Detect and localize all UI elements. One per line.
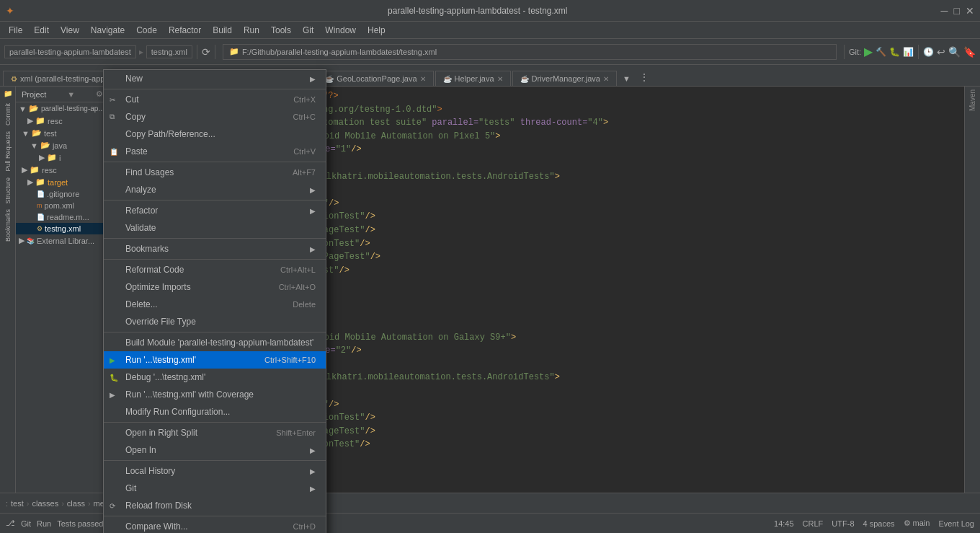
cm-copy[interactable]: ⧉ Copy Ctrl+C <box>104 108 326 125</box>
cm-sep-3 <box>104 200 326 201</box>
cm-reload-from-disk[interactable]: ⟳ Reload from Disk <box>104 497 326 514</box>
cm-reformat-shortcut: Ctrl+Alt+L <box>280 265 316 274</box>
cm-copy-label: Copy <box>125 112 146 122</box>
copy-icon: ⧉ <box>110 113 115 121</box>
cm-copy-shortcut: Ctrl+C <box>293 113 316 121</box>
cm-debug-label: Debug '...\testng.xml' <box>125 372 205 382</box>
cm-copy-path-label: Copy Path/Reference... <box>125 129 215 139</box>
cm-optimize-shortcut: Ctrl+Alt+O <box>279 283 316 291</box>
cm-find-usages-label: Find Usages <box>125 167 174 177</box>
cm-optimize-imports[interactable]: Optimize Imports Ctrl+Alt+O <box>104 278 326 296</box>
cm-run-coverage-label: Run '...\testng.xml' with Coverage <box>125 389 254 400</box>
cm-cut[interactable]: ✂ Cut Ctrl+X <box>104 91 326 108</box>
cm-run-label: Run '...\testng.xml' <box>125 355 196 365</box>
cm-delete-label: Delete... <box>125 299 158 309</box>
cm-sep-5 <box>104 259 326 260</box>
context-menu-overlay[interactable]: New ▶ ✂ Cut Ctrl+X ⧉ Copy Ctrl+C Copy Pa… <box>0 0 980 533</box>
cm-local-history-label: Local History <box>125 466 175 476</box>
cm-build-module[interactable]: Build Module 'parallel-testing-appium-la… <box>104 334 326 351</box>
cm-modify-run-config[interactable]: Modify Run Configuration... <box>104 403 326 420</box>
cm-open-right-split[interactable]: Open in Right Split Shift+Enter <box>104 424 326 441</box>
cm-sep-2 <box>104 162 326 162</box>
cm-build-module-label: Build Module 'parallel-testing-appium-la… <box>125 338 313 348</box>
cm-reformat[interactable]: Reformat Code Ctrl+Alt+L <box>104 261 326 278</box>
cm-override-file-type[interactable]: Override File Type <box>104 313 326 330</box>
cm-analyze[interactable]: Analyze ▶ <box>104 181 326 198</box>
cm-delete[interactable]: Delete... Delete <box>104 296 326 313</box>
cm-bookmarks-label: Bookmarks <box>125 244 169 254</box>
cm-override-label: Override File Type <box>125 317 196 327</box>
cm-open-right-split-shortcut: Shift+Enter <box>276 428 316 437</box>
cm-analyze-arrow: ▶ <box>310 186 316 194</box>
cm-cut-label: Cut <box>125 94 139 105</box>
cm-local-history[interactable]: Local History ▶ <box>104 462 326 480</box>
cm-paste[interactable]: 📋 Paste Ctrl+V <box>104 143 326 160</box>
context-menu: New ▶ ✂ Cut Ctrl+X ⧉ Copy Ctrl+C Copy Pa… <box>103 69 326 533</box>
cm-new-label: New <box>125 74 143 84</box>
run-icon: ▶ <box>110 356 115 364</box>
cm-open-in[interactable]: Open In ▶ <box>104 441 326 459</box>
cm-modify-run-config-label: Modify Run Configuration... <box>125 407 230 417</box>
cm-sep-9 <box>104 516 326 516</box>
cm-open-in-label: Open In <box>125 445 156 455</box>
cm-find-usages-shortcut: Alt+F7 <box>293 168 316 177</box>
cm-reload-label: Reload from Disk <box>125 501 192 511</box>
cm-validate-label: Validate <box>125 223 156 233</box>
cm-open-in-arrow: ▶ <box>310 446 316 454</box>
cm-git-label: Git <box>125 483 136 493</box>
cm-optimize-imports-label: Optimize Imports <box>125 282 191 292</box>
cm-local-history-arrow: ▶ <box>310 467 316 475</box>
cm-compare-with[interactable]: Compare With... Ctrl+D <box>104 518 326 533</box>
cm-validate[interactable]: Validate <box>104 219 326 237</box>
cm-analyze-label: Analyze <box>125 185 156 195</box>
cm-new[interactable]: New ▶ <box>104 70 326 87</box>
cm-paste-shortcut: Ctrl+V <box>293 147 316 156</box>
cm-copy-path[interactable]: Copy Path/Reference... <box>104 125 326 143</box>
cm-open-right-split-label: Open in Right Split <box>125 428 197 438</box>
cm-compare-with-label: Compare With... <box>125 521 188 532</box>
cm-sep-1 <box>104 89 326 89</box>
cm-refactor[interactable]: Refactor ▶ <box>104 202 326 219</box>
cm-sep-6 <box>104 332 326 332</box>
cut-icon: ✂ <box>110 96 115 104</box>
cm-git[interactable]: Git ▶ <box>104 480 326 497</box>
cm-bookmarks-arrow: ▶ <box>310 245 316 253</box>
reload-icon: ⟳ <box>110 502 115 510</box>
cm-run-coverage[interactable]: ▶ Run '...\testng.xml' with Coverage <box>104 386 326 403</box>
cm-bookmarks[interactable]: Bookmarks ▶ <box>104 240 326 257</box>
cm-sep-4 <box>104 238 326 239</box>
cm-run-shortcut: Ctrl+Shift+F10 <box>264 356 316 364</box>
debug-icon: 🐛 <box>110 374 118 382</box>
cm-run[interactable]: ▶ Run '...\testng.xml' Ctrl+Shift+F10 <box>104 351 326 369</box>
cm-new-arrow: ▶ <box>310 75 316 83</box>
cm-debug[interactable]: 🐛 Debug '...\testng.xml' <box>104 369 326 386</box>
paste-icon: 📋 <box>110 148 118 156</box>
cm-cut-shortcut: Ctrl+X <box>293 95 316 104</box>
cm-refactor-label: Refactor <box>125 206 158 216</box>
cm-find-usages[interactable]: Find Usages Alt+F7 <box>104 164 326 181</box>
cm-sep-8 <box>104 460 326 461</box>
cm-sep-7 <box>104 422 326 423</box>
cm-compare-with-shortcut: Ctrl+D <box>293 522 316 531</box>
cm-reformat-label: Reformat Code <box>125 265 184 275</box>
cm-refactor-arrow: ▶ <box>310 207 316 215</box>
coverage-icon: ▶ <box>110 391 115 399</box>
cm-paste-label: Paste <box>125 146 148 157</box>
cm-delete-shortcut: Delete <box>293 300 316 309</box>
cm-git-arrow: ▶ <box>310 485 316 493</box>
